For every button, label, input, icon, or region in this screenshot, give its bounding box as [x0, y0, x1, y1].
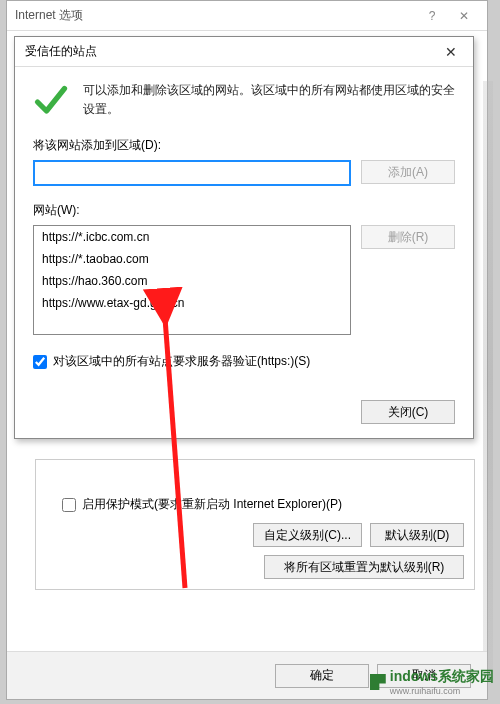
https-verify-label: 对该区域中的所有站点要求服务器验证(https:)(S): [53, 353, 310, 370]
ok-button[interactable]: 确定: [275, 664, 369, 688]
close-button[interactable]: 关闭(C): [361, 400, 455, 424]
protect-mode-label: 启用保护模式(要求重新启动 Internet Explorer)(P): [82, 496, 342, 513]
sites-list-row: https://*.icbc.com.cn https://*.taobao.c…: [33, 225, 455, 335]
parent-titlebar: Internet 选项 ? ✕: [7, 1, 487, 31]
list-item[interactable]: https://www.etax-gd.gov.cn: [34, 292, 350, 314]
watermark: indows系统家园 www.ruihaifu.com: [370, 668, 494, 696]
add-site-row: 添加(A): [33, 160, 455, 186]
https-verify-checkbox[interactable]: [33, 355, 47, 369]
dialog-info-row: 可以添加和删除该区域的网站。该区域中的所有网站都使用区域的安全设置。: [33, 81, 455, 119]
protect-mode-checkbox[interactable]: [62, 498, 76, 512]
windows-flag-icon: [370, 674, 386, 690]
add-site-input[interactable]: [33, 160, 351, 186]
watermark-url: www.ruihaifu.com: [390, 686, 494, 696]
list-item[interactable]: https://*.icbc.com.cn: [34, 226, 350, 248]
list-item[interactable]: https://hao.360.com: [34, 270, 350, 292]
help-icon[interactable]: ?: [417, 5, 447, 27]
dialog-titlebar: 受信任的站点 ✕: [15, 37, 473, 67]
dialog-close-icon[interactable]: ✕: [439, 40, 463, 64]
security-level-group: 启用保护模式(要求重新启动 Internet Explorer)(P) 自定义级…: [35, 459, 475, 590]
checkmark-icon: [33, 81, 69, 117]
dialog-body: 可以添加和删除该区域的网站。该区域中的所有网站都使用区域的安全设置。 将该网站添…: [15, 67, 473, 438]
list-item[interactable]: https://*.taobao.com: [34, 248, 350, 270]
sites-list-label: 网站(W):: [33, 202, 455, 219]
remove-button[interactable]: 删除(R): [361, 225, 455, 249]
parent-window-title: Internet 选项: [15, 7, 417, 24]
window-buttons: ? ✕: [417, 5, 479, 27]
watermark-brand: indows系统家园: [390, 668, 494, 684]
add-site-label: 将该网站添加到区域(D):: [33, 137, 455, 154]
reset-row: 将所有区域重置为默认级别(R): [46, 555, 464, 579]
dialog-title: 受信任的站点: [25, 43, 439, 60]
sites-listbox[interactable]: https://*.icbc.com.cn https://*.taobao.c…: [33, 225, 351, 335]
custom-level-button[interactable]: 自定义级别(C)...: [253, 523, 362, 547]
dialog-bottom-row: 关闭(C): [33, 392, 455, 424]
thumbnail-strip: [483, 81, 493, 681]
default-level-button[interactable]: 默认级别(D): [370, 523, 464, 547]
level-buttons-row: 自定义级别(C)... 默认级别(D): [46, 523, 464, 547]
dialog-info-text: 可以添加和删除该区域的网站。该区域中的所有网站都使用区域的安全设置。: [83, 81, 455, 119]
protect-mode-row: 启用保护模式(要求重新启动 Internet Explorer)(P): [62, 496, 464, 513]
reset-all-button[interactable]: 将所有区域重置为默认级别(R): [264, 555, 464, 579]
https-verify-row: 对该区域中的所有站点要求服务器验证(https:)(S): [33, 353, 455, 370]
trusted-sites-dialog: 受信任的站点 ✕ 可以添加和删除该区域的网站。该区域中的所有网站都使用区域的安全…: [14, 36, 474, 439]
close-icon[interactable]: ✕: [449, 5, 479, 27]
add-button[interactable]: 添加(A): [361, 160, 455, 184]
